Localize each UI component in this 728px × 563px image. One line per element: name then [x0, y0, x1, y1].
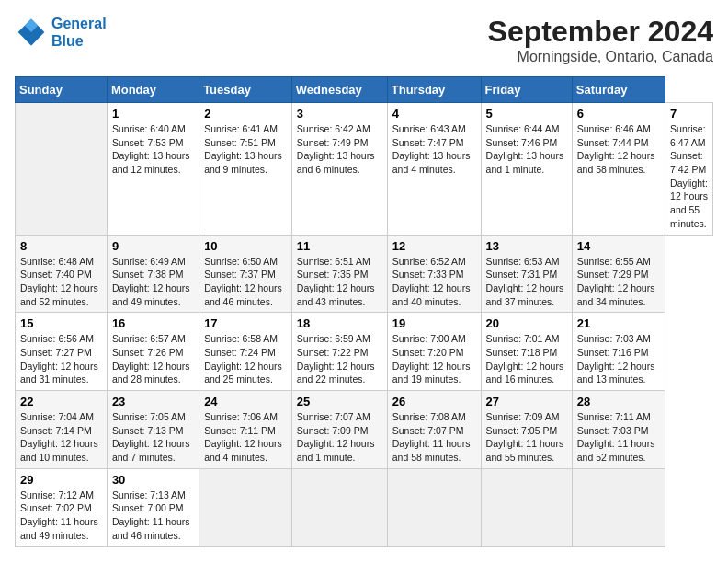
calendar-cell: 20Sunrise: 7:01 AMSunset: 7:18 PMDayligh… [481, 313, 572, 391]
day-info: Sunrise: 6:57 AMSunset: 7:26 PMDaylight:… [112, 332, 194, 386]
calendar-cell: 10Sunrise: 6:50 AMSunset: 7:37 PMDayligh… [199, 235, 292, 313]
day-info: Sunrise: 6:58 AMSunset: 7:24 PMDaylight:… [204, 332, 287, 386]
day-number: 14 [577, 239, 660, 253]
calendar-week-row: 15Sunrise: 6:56 AMSunset: 7:27 PMDayligh… [16, 313, 713, 391]
day-info: Sunrise: 6:42 AMSunset: 7:49 PMDaylight:… [297, 122, 382, 177]
day-number: 6 [577, 107, 660, 121]
calendar-cell: 9Sunrise: 6:49 AMSunset: 7:38 PMDaylight… [107, 235, 199, 313]
logo-icon [15, 16, 48, 49]
day-info: Sunrise: 7:08 AMSunset: 7:07 PMDaylight:… [392, 410, 476, 465]
calendar-cell: 24Sunrise: 7:06 AMSunset: 7:11 PMDayligh… [199, 391, 292, 469]
calendar-cell [291, 468, 387, 546]
calendar-cell: 2Sunrise: 6:41 AMSunset: 7:51 PMDaylight… [199, 103, 292, 236]
calendar-cell: 12Sunrise: 6:52 AMSunset: 7:33 PMDayligh… [387, 235, 481, 313]
day-number: 17 [204, 316, 287, 330]
day-info: Sunrise: 7:01 AMSunset: 7:18 PMDaylight:… [486, 332, 567, 386]
calendar-cell: 15Sunrise: 6:56 AMSunset: 7:27 PMDayligh… [16, 313, 108, 391]
day-info: Sunrise: 7:12 AMSunset: 7:02 PMDaylight:… [20, 488, 102, 543]
calendar-cell: 16Sunrise: 6:57 AMSunset: 7:26 PMDayligh… [107, 313, 199, 391]
calendar-table: SundayMondayTuesdayWednesdayThursdayFrid… [15, 76, 713, 547]
calendar-cell: 29Sunrise: 7:12 AMSunset: 7:02 PMDayligh… [16, 468, 108, 546]
day-number: 21 [577, 316, 660, 330]
logo: General Blue [15, 15, 107, 50]
calendar-cell: 6Sunrise: 6:46 AMSunset: 7:44 PMDaylight… [572, 103, 665, 236]
calendar-week-row: 29Sunrise: 7:12 AMSunset: 7:02 PMDayligh… [16, 468, 713, 546]
calendar-cell: 14Sunrise: 6:55 AMSunset: 7:29 PMDayligh… [572, 235, 665, 313]
weekday-header-row: SundayMondayTuesdayWednesdayThursdayFrid… [16, 77, 713, 103]
day-info: Sunrise: 6:43 AMSunset: 7:47 PMDaylight:… [392, 122, 476, 177]
day-info: Sunrise: 6:46 AMSunset: 7:44 PMDaylight:… [577, 122, 660, 177]
day-number: 9 [112, 239, 194, 253]
calendar-cell: 27Sunrise: 7:09 AMSunset: 7:05 PMDayligh… [481, 391, 572, 469]
day-info: Sunrise: 7:05 AMSunset: 7:13 PMDaylight:… [112, 410, 194, 465]
title-block: September 2024 Morningside, Ontario, Can… [488, 15, 713, 65]
calendar-cell: 23Sunrise: 7:05 AMSunset: 7:13 PMDayligh… [107, 391, 199, 469]
calendar-week-row: 8Sunrise: 6:48 AMSunset: 7:40 PMDaylight… [16, 235, 713, 313]
calendar-cell: 25Sunrise: 7:07 AMSunset: 7:09 PMDayligh… [291, 391, 387, 469]
day-number: 8 [20, 239, 102, 253]
calendar-cell [387, 468, 481, 546]
calendar-cell: 22Sunrise: 7:04 AMSunset: 7:14 PMDayligh… [16, 391, 108, 469]
calendar-cell: 18Sunrise: 6:59 AMSunset: 7:22 PMDayligh… [291, 313, 387, 391]
day-info: Sunrise: 6:52 AMSunset: 7:33 PMDaylight:… [392, 255, 476, 309]
calendar-week-row: 1Sunrise: 6:40 AMSunset: 7:53 PMDaylight… [16, 103, 713, 236]
calendar-cell: 28Sunrise: 7:11 AMSunset: 7:03 PMDayligh… [572, 391, 665, 469]
weekday-header: Friday [481, 77, 572, 103]
calendar-cell [572, 468, 665, 546]
day-info: Sunrise: 6:56 AMSunset: 7:27 PMDaylight:… [20, 332, 102, 386]
day-number: 12 [392, 239, 476, 253]
day-info: Sunrise: 6:44 AMSunset: 7:46 PMDaylight:… [486, 122, 567, 177]
logo-line2: Blue [51, 33, 84, 49]
logo-text: General Blue [51, 15, 107, 50]
day-info: Sunrise: 6:40 AMSunset: 7:53 PMDaylight:… [112, 122, 194, 177]
day-number: 28 [577, 395, 660, 408]
weekday-header: Wednesday [291, 77, 387, 103]
day-number: 16 [112, 316, 194, 330]
day-number: 5 [486, 107, 567, 121]
day-number: 19 [392, 316, 476, 330]
day-number: 25 [297, 395, 382, 408]
day-info: Sunrise: 6:41 AMSunset: 7:51 PMDaylight:… [204, 122, 287, 177]
weekday-header: Thursday [387, 77, 481, 103]
day-info: Sunrise: 7:06 AMSunset: 7:11 PMDaylight:… [204, 410, 287, 465]
calendar-cell [481, 468, 572, 546]
calendar-cell: 3Sunrise: 6:42 AMSunset: 7:49 PMDaylight… [291, 103, 387, 236]
calendar-cell: 11Sunrise: 6:51 AMSunset: 7:35 PMDayligh… [291, 235, 387, 313]
calendar-cell [199, 468, 292, 546]
day-number: 22 [20, 395, 102, 408]
calendar-cell: 26Sunrise: 7:08 AMSunset: 7:07 PMDayligh… [387, 391, 481, 469]
day-number: 15 [20, 316, 102, 330]
day-number: 7 [670, 107, 708, 121]
weekday-header: Monday [107, 77, 199, 103]
day-number: 26 [392, 395, 476, 408]
day-number: 1 [112, 107, 194, 121]
day-number: 4 [392, 107, 476, 121]
day-number: 11 [297, 239, 382, 253]
day-info: Sunrise: 7:00 AMSunset: 7:20 PMDaylight:… [392, 332, 476, 386]
day-info: Sunrise: 6:47 AMSunset: 7:42 PMDaylight:… [670, 122, 708, 231]
day-info: Sunrise: 7:03 AMSunset: 7:16 PMDaylight:… [577, 332, 660, 386]
day-number: 30 [112, 473, 194, 487]
day-info: Sunrise: 7:13 AMSunset: 7:00 PMDaylight:… [112, 488, 194, 543]
calendar-cell: 8Sunrise: 6:48 AMSunset: 7:40 PMDaylight… [16, 235, 108, 313]
day-number: 20 [486, 316, 567, 330]
day-info: Sunrise: 7:04 AMSunset: 7:14 PMDaylight:… [20, 410, 102, 465]
calendar-cell: 5Sunrise: 6:44 AMSunset: 7:46 PMDaylight… [481, 103, 572, 236]
calendar-week-row: 22Sunrise: 7:04 AMSunset: 7:14 PMDayligh… [16, 391, 713, 469]
calendar-cell: 21Sunrise: 7:03 AMSunset: 7:16 PMDayligh… [572, 313, 665, 391]
day-info: Sunrise: 7:09 AMSunset: 7:05 PMDaylight:… [486, 410, 567, 465]
calendar-cell: 1Sunrise: 6:40 AMSunset: 7:53 PMDaylight… [107, 103, 199, 236]
page-header: General Blue September 2024 Morningside,… [15, 15, 713, 65]
calendar-cell: 19Sunrise: 7:00 AMSunset: 7:20 PMDayligh… [387, 313, 481, 391]
day-info: Sunrise: 7:11 AMSunset: 7:03 PMDaylight:… [577, 410, 660, 465]
location: Morningside, Ontario, Canada [488, 49, 713, 65]
day-number: 18 [297, 316, 382, 330]
calendar-cell: 30Sunrise: 7:13 AMSunset: 7:00 PMDayligh… [107, 468, 199, 546]
month-title: September 2024 [488, 15, 713, 49]
day-info: Sunrise: 6:55 AMSunset: 7:29 PMDaylight:… [577, 255, 660, 309]
calendar-cell: 4Sunrise: 6:43 AMSunset: 7:47 PMDaylight… [387, 103, 481, 236]
day-number: 10 [204, 239, 287, 253]
day-number: 27 [486, 395, 567, 408]
calendar-cell: 17Sunrise: 6:58 AMSunset: 7:24 PMDayligh… [199, 313, 292, 391]
day-info: Sunrise: 6:51 AMSunset: 7:35 PMDaylight:… [297, 255, 382, 309]
